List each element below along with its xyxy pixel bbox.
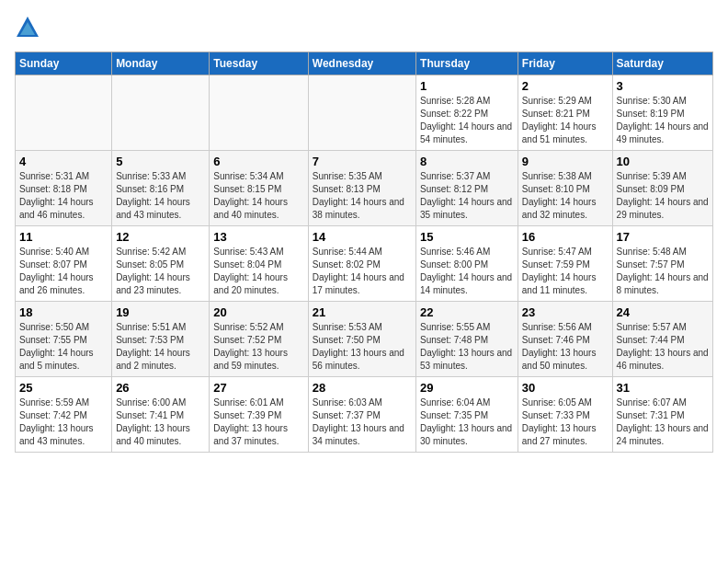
day-info: Sunrise: 5:30 AMSunset: 8:19 PMDaylight:…: [617, 95, 709, 146]
calendar-cell: 8Sunrise: 5:37 AMSunset: 8:12 PMDaylight…: [416, 151, 518, 226]
day-number: 30: [522, 381, 609, 395]
day-info: Sunrise: 5:44 AMSunset: 8:02 PMDaylight:…: [313, 246, 412, 297]
day-header-wednesday: Wednesday: [308, 52, 415, 75]
day-number: 7: [313, 155, 412, 168]
calendar-cell: 4Sunrise: 5:31 AMSunset: 8:18 PMDaylight…: [16, 151, 112, 226]
calendar-cell: 6Sunrise: 5:34 AMSunset: 8:15 PMDaylight…: [210, 151, 308, 226]
calendar-cell: 14Sunrise: 5:44 AMSunset: 8:02 PMDayligh…: [308, 226, 415, 302]
day-number: 17: [617, 230, 709, 244]
day-info: Sunrise: 6:01 AMSunset: 7:39 PMDaylight:…: [213, 396, 303, 448]
day-info: Sunrise: 5:56 AMSunset: 7:46 PMDaylight:…: [522, 321, 609, 373]
day-number: 14: [313, 230, 412, 244]
calendar-cell: 16Sunrise: 5:47 AMSunset: 7:59 PMDayligh…: [518, 226, 612, 302]
calendar-cell: 18Sunrise: 5:50 AMSunset: 7:55 PMDayligh…: [16, 302, 112, 377]
calendar-cell: 11Sunrise: 5:40 AMSunset: 8:07 PMDayligh…: [16, 226, 112, 302]
day-info: Sunrise: 6:05 AMSunset: 7:33 PMDaylight:…: [522, 396, 609, 448]
day-info: Sunrise: 5:46 AMSunset: 8:00 PMDaylight:…: [420, 246, 514, 297]
calendar-cell: 17Sunrise: 5:48 AMSunset: 7:57 PMDayligh…: [612, 226, 712, 302]
day-number: 18: [19, 305, 108, 319]
day-header-thursday: Thursday: [416, 52, 518, 75]
day-info: Sunrise: 6:03 AMSunset: 7:37 PMDaylight:…: [313, 396, 412, 448]
calendar-cell: 23Sunrise: 5:56 AMSunset: 7:46 PMDayligh…: [518, 302, 612, 377]
day-number: 20: [213, 305, 303, 319]
day-info: Sunrise: 5:53 AMSunset: 7:50 PMDaylight:…: [313, 321, 412, 373]
calendar-cell: 12Sunrise: 5:42 AMSunset: 8:05 PMDayligh…: [112, 226, 210, 302]
day-number: 31: [617, 381, 709, 395]
calendar-cell: 10Sunrise: 5:39 AMSunset: 8:09 PMDayligh…: [612, 151, 712, 226]
calendar-cell: 7Sunrise: 5:35 AMSunset: 8:13 PMDaylight…: [308, 151, 415, 226]
day-number: 12: [116, 230, 205, 244]
day-info: Sunrise: 5:28 AMSunset: 8:22 PMDaylight:…: [420, 95, 514, 146]
day-info: Sunrise: 5:35 AMSunset: 8:13 PMDaylight:…: [313, 170, 412, 222]
day-info: Sunrise: 5:59 AMSunset: 7:42 PMDaylight:…: [19, 396, 108, 448]
day-info: Sunrise: 5:37 AMSunset: 8:12 PMDaylight:…: [420, 170, 514, 222]
calendar-cell: 15Sunrise: 5:46 AMSunset: 8:00 PMDayligh…: [416, 226, 518, 302]
day-header-saturday: Saturday: [612, 52, 712, 75]
day-number: 13: [213, 230, 303, 244]
day-info: Sunrise: 5:38 AMSunset: 8:10 PMDaylight:…: [522, 170, 609, 222]
day-info: Sunrise: 6:07 AMSunset: 7:31 PMDaylight:…: [617, 396, 709, 448]
calendar-cell: 24Sunrise: 5:57 AMSunset: 7:44 PMDayligh…: [612, 302, 712, 377]
day-info: Sunrise: 5:39 AMSunset: 8:09 PMDaylight:…: [617, 170, 709, 222]
day-number: 5: [116, 155, 205, 168]
day-number: 21: [313, 305, 412, 319]
calendar-week-4: 18Sunrise: 5:50 AMSunset: 7:55 PMDayligh…: [16, 302, 713, 377]
day-info: Sunrise: 5:40 AMSunset: 8:07 PMDaylight:…: [19, 246, 108, 297]
day-number: 4: [19, 155, 108, 168]
day-header-tuesday: Tuesday: [210, 52, 308, 75]
logo: [15, 15, 44, 40]
calendar-week-5: 25Sunrise: 5:59 AMSunset: 7:42 PMDayligh…: [16, 377, 713, 453]
day-info: Sunrise: 5:42 AMSunset: 8:05 PMDaylight:…: [116, 246, 205, 297]
day-number: 22: [420, 305, 514, 319]
day-info: Sunrise: 5:34 AMSunset: 8:15 PMDaylight:…: [213, 170, 303, 222]
calendar-cell: 19Sunrise: 5:51 AMSunset: 7:53 PMDayligh…: [112, 302, 210, 377]
day-header-friday: Friday: [518, 52, 612, 75]
day-info: Sunrise: 6:00 AMSunset: 7:41 PMDaylight:…: [116, 396, 205, 448]
calendar-cell: [112, 75, 210, 151]
calendar-week-3: 11Sunrise: 5:40 AMSunset: 8:07 PMDayligh…: [16, 226, 713, 302]
calendar-cell: 1Sunrise: 5:28 AMSunset: 8:22 PMDaylight…: [416, 75, 518, 151]
day-info: Sunrise: 5:55 AMSunset: 7:48 PMDaylight:…: [420, 321, 514, 373]
calendar-cell: 3Sunrise: 5:30 AMSunset: 8:19 PMDaylight…: [612, 75, 712, 151]
day-number: 29: [420, 381, 514, 395]
day-number: 26: [116, 381, 205, 395]
calendar-cell: 27Sunrise: 6:01 AMSunset: 7:39 PMDayligh…: [210, 377, 308, 453]
day-number: 19: [116, 305, 205, 319]
day-number: 27: [213, 381, 303, 395]
calendar-cell: 25Sunrise: 5:59 AMSunset: 7:42 PMDayligh…: [16, 377, 112, 453]
calendar-cell: 21Sunrise: 5:53 AMSunset: 7:50 PMDayligh…: [308, 302, 415, 377]
day-info: Sunrise: 5:57 AMSunset: 7:44 PMDaylight:…: [617, 321, 709, 373]
day-info: Sunrise: 5:52 AMSunset: 7:52 PMDaylight:…: [213, 321, 303, 373]
calendar-cell: [308, 75, 415, 151]
day-info: Sunrise: 5:31 AMSunset: 8:18 PMDaylight:…: [19, 170, 108, 222]
day-number: 16: [522, 230, 609, 244]
day-info: Sunrise: 6:04 AMSunset: 7:35 PMDaylight:…: [420, 396, 514, 448]
day-number: 6: [213, 155, 303, 168]
calendar-table: SundayMondayTuesdayWednesdayThursdayFrid…: [15, 52, 713, 453]
day-header-sunday: Sunday: [16, 52, 112, 75]
calendar-cell: 29Sunrise: 6:04 AMSunset: 7:35 PMDayligh…: [416, 377, 518, 453]
calendar-cell: 28Sunrise: 6:03 AMSunset: 7:37 PMDayligh…: [308, 377, 415, 453]
day-number: 28: [313, 381, 412, 395]
calendar-cell: 26Sunrise: 6:00 AMSunset: 7:41 PMDayligh…: [112, 377, 210, 453]
day-info: Sunrise: 5:48 AMSunset: 7:57 PMDaylight:…: [617, 246, 709, 297]
calendar-cell: 5Sunrise: 5:33 AMSunset: 8:16 PMDaylight…: [112, 151, 210, 226]
calendar-cell: [16, 75, 112, 151]
day-info: Sunrise: 5:51 AMSunset: 7:53 PMDaylight:…: [116, 321, 205, 373]
day-number: 8: [420, 155, 514, 168]
logo-icon: [15, 15, 40, 40]
day-header-monday: Monday: [112, 52, 210, 75]
day-number: 25: [19, 381, 108, 395]
day-number: 2: [522, 79, 609, 93]
calendar-cell: [210, 75, 308, 151]
day-number: 10: [617, 155, 709, 168]
calendar-cell: 2Sunrise: 5:29 AMSunset: 8:21 PMDaylight…: [518, 75, 612, 151]
day-info: Sunrise: 5:43 AMSunset: 8:04 PMDaylight:…: [213, 246, 303, 297]
day-number: 23: [522, 305, 609, 319]
calendar-cell: 31Sunrise: 6:07 AMSunset: 7:31 PMDayligh…: [612, 377, 712, 453]
day-number: 1: [420, 79, 514, 93]
calendar-week-1: 1Sunrise: 5:28 AMSunset: 8:22 PMDaylight…: [16, 75, 713, 151]
calendar-cell: 9Sunrise: 5:38 AMSunset: 8:10 PMDaylight…: [518, 151, 612, 226]
day-info: Sunrise: 5:29 AMSunset: 8:21 PMDaylight:…: [522, 95, 609, 146]
calendar-cell: 30Sunrise: 6:05 AMSunset: 7:33 PMDayligh…: [518, 377, 612, 453]
